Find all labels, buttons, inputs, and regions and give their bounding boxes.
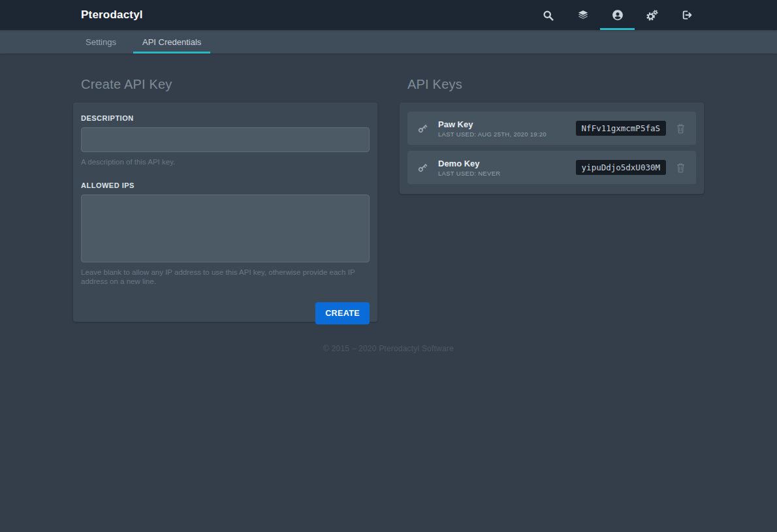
api-keys-title: API Keys (407, 77, 462, 92)
create-api-key-title: Create API Key (81, 77, 172, 92)
allowed-ips-textarea[interactable] (81, 195, 370, 262)
key-name: Demo Key (438, 159, 500, 168)
top-navbar: Pterodactyl (0, 0, 777, 30)
create-button[interactable]: CREATE (315, 302, 370, 324)
layers-icon (577, 9, 589, 21)
description-input[interactable] (81, 127, 370, 152)
api-keys-card: Paw Key LAST USED: AUG 25TH, 2020 19:20 … (400, 102, 704, 194)
create-api-key-card: DESCRIPTION A description of this API ke… (73, 102, 377, 322)
key-token[interactable]: yipuDdjo5dxU030M (576, 160, 666, 175)
cogs-icon (646, 9, 658, 22)
brand-title[interactable]: Pterodactyl (81, 8, 143, 22)
key-icon (417, 161, 429, 174)
description-label: DESCRIPTION (81, 114, 134, 122)
key-meta: Paw Key LAST USED: AUG 25TH, 2020 19:20 (438, 119, 547, 138)
account-button[interactable] (600, 0, 635, 30)
user-circle-icon (612, 9, 624, 21)
copyright-footer: © 2015 – 2020 Pterodactyl Software (0, 344, 777, 353)
key-meta: Demo Key LAST USED: NEVER (438, 159, 500, 177)
delete-key-button[interactable] (674, 161, 687, 174)
trash-icon (676, 163, 686, 173)
navbar-icon-menu (531, 0, 704, 30)
sign-out-icon (681, 9, 693, 21)
key-token[interactable]: NfFv11gxmcmP5faS (576, 121, 666, 136)
key-name: Paw Key (438, 119, 547, 129)
delete-key-button[interactable] (674, 122, 687, 135)
servers-button[interactable] (565, 0, 600, 30)
search-icon (543, 10, 554, 21)
search-button[interactable] (531, 0, 565, 30)
description-help-text: A description of this API key. (81, 157, 370, 166)
api-key-row: Demo Key LAST USED: NEVER yipuDdjo5dxU03… (407, 151, 696, 184)
key-icon (417, 122, 429, 134)
allowed-ips-label: ALLOWED IPS (81, 181, 135, 189)
api-key-row: Paw Key LAST USED: AUG 25TH, 2020 19:20 … (407, 112, 696, 145)
form-actions: CREATE (81, 302, 370, 324)
tab-api-credentials[interactable]: API Credentials (133, 30, 210, 54)
account-subnav: Settings API Credentials (0, 30, 777, 54)
sign-out-button[interactable] (669, 0, 704, 30)
key-last-used: LAST USED: AUG 25TH, 2020 19:20 (438, 131, 547, 138)
allowed-ips-help-text: Leave blank to allow any IP address to u… (81, 268, 370, 286)
key-last-used: LAST USED: NEVER (438, 170, 500, 177)
admin-button[interactable] (635, 0, 669, 30)
tab-settings[interactable]: Settings (76, 30, 125, 54)
trash-icon (676, 123, 686, 134)
